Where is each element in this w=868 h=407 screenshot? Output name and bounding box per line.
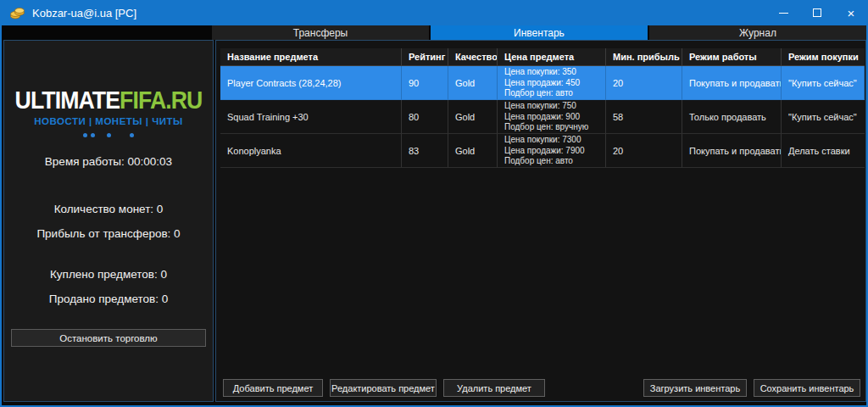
coin-stack-icon [10, 7, 25, 20]
cell-name: Player Contracts (28,24,28) [220, 66, 402, 100]
cell-quality: Gold [448, 100, 498, 134]
price-sell-line: Цена продажи: 7900 [504, 146, 605, 157]
save-inventory-button[interactable]: Сохранить инвентарь [754, 379, 860, 397]
inventory-table: Название предмета Рейтинг Качество Цена … [220, 48, 865, 168]
cell-min-profit: 58 [606, 100, 682, 134]
price-sell-line: Цена продажи: 900 [504, 112, 605, 123]
edit-item-button[interactable]: Редактировать предмет [330, 379, 437, 397]
load-inventory-button[interactable]: Загрузить инвентарь [643, 379, 747, 397]
tab-inventory[interactable]: Инвентарь [431, 25, 648, 40]
minimize-icon [779, 13, 788, 14]
cell-quality: Gold [448, 66, 498, 100]
maximize-icon [813, 8, 821, 17]
add-item-button[interactable]: Добавить предмет [223, 379, 323, 397]
col-header-price[interactable]: Цена предмета [498, 48, 606, 66]
window-title: Kobzar-ua@i.ua [PC] [32, 7, 136, 20]
carousel-dots [4, 132, 213, 137]
table-header-row: Название предмета Рейтинг Качество Цена … [220, 48, 865, 66]
cell-rating: 83 [402, 134, 448, 168]
delete-item-button[interactable]: Удалить предмет [443, 379, 545, 397]
cell-min-profit: 20 [606, 134, 682, 168]
price-buy-line: Цена покупки: 750 [504, 101, 605, 112]
logo: ULTIMATEFIFA.RU [13, 88, 204, 113]
cell-buy-mode: "Купить сейчас" [782, 66, 865, 100]
cell-work-mode: Только продавать [682, 100, 782, 134]
price-buy-line: Цена покупки: 7300 [504, 135, 605, 146]
logo-text-green: FIFA.RU [120, 86, 202, 114]
col-header-minprofit[interactable]: Мин. прибыль [606, 48, 682, 66]
stat-coins: Количество монет: 0 [4, 203, 213, 215]
close-button[interactable]: × [834, 0, 868, 25]
maximize-button[interactable] [800, 0, 834, 25]
price-mode-line: Подбор цен: авто [504, 88, 605, 99]
cell-price: Цена покупки: 7300 Цена продажи: 7900 По… [498, 134, 606, 168]
tab-strip: Трансферы Инвентарь Журнал [2, 25, 866, 40]
col-header-buymode[interactable]: Режим покупки [782, 48, 865, 66]
stat-uptime: Время работы: 00:00:03 [4, 155, 213, 168]
titlebar: Kobzar-ua@i.ua [PC] × [0, 0, 868, 25]
tab-journal[interactable]: Журнал [649, 25, 866, 40]
dot-icon [107, 133, 111, 137]
price-mode-line: Подбор цен: вручную [504, 122, 605, 133]
dot-icon [91, 133, 95, 137]
window-controls: × [766, 0, 868, 25]
inventory-panel: Название предмета Рейтинг Качество Цена … [215, 40, 866, 402]
dot-icon [83, 133, 87, 137]
table-row[interactable]: Konoplyanka 83 Gold Цена покупки: 7300 Ц… [220, 134, 865, 168]
cell-rating: 90 [402, 66, 448, 100]
cell-price: Цена покупки: 350 Цена продажи: 450 Подб… [498, 66, 606, 100]
cell-quality: Gold [448, 134, 498, 168]
dot-icon [130, 133, 134, 137]
table-row[interactable]: Player Contracts (28,24,28) 90 Gold Цена… [220, 66, 865, 100]
stop-trading-button[interactable]: Остановить торговлю [11, 329, 206, 347]
stat-transfer-profit: Прибыль от трансферов: 0 [4, 227, 213, 240]
logo-text-white: ULTIMATE [15, 86, 120, 114]
minimize-button[interactable] [766, 0, 800, 25]
col-header-rating[interactable]: Рейтинг [402, 48, 448, 66]
table-row[interactable]: Squad Training +30 80 Gold Цена покупки:… [220, 100, 865, 134]
close-icon: × [848, 7, 855, 20]
tab-transfers[interactable]: Трансферы [212, 25, 429, 40]
price-sell-line: Цена продажи: 450 [504, 78, 605, 89]
logo-tagline: НОВОСТИ | МОНЕТЫ | ЧИТЫ [4, 116, 213, 126]
col-header-quality[interactable]: Качество [448, 48, 498, 66]
stat-items-sold: Продано предметов: 0 [4, 293, 213, 305]
price-buy-line: Цена покупки: 350 [504, 67, 605, 78]
col-header-name[interactable]: Название предмета [220, 48, 402, 66]
footer-toolbar: Добавить предмет Редактировать предмет У… [216, 379, 865, 397]
cell-buy-mode: Делать ставки [782, 134, 865, 168]
tabs: Трансферы Инвентарь Журнал [212, 25, 866, 40]
cell-work-mode: Покупать и продавать [682, 134, 782, 168]
cell-rating: 80 [402, 100, 448, 134]
app-window: Kobzar-ua@i.ua [PC] × Трансферы Инвентар… [0, 0, 868, 407]
cell-min-profit: 20 [606, 66, 682, 100]
cell-work-mode: Покупать и продавать [682, 66, 782, 100]
cell-name: Squad Training +30 [220, 100, 402, 134]
cell-price: Цена покупки: 750 Цена продажи: 900 Подб… [498, 100, 606, 134]
col-header-workmode[interactable]: Режим работы [682, 48, 782, 66]
cell-buy-mode: "Купить сейчас" [782, 100, 865, 134]
stat-items-bought: Куплено предметов: 0 [4, 268, 213, 281]
sidebar: ULTIMATEFIFA.RU НОВОСТИ | МОНЕТЫ | ЧИТЫ … [3, 40, 214, 402]
price-mode-line: Подбор цен: авто [504, 156, 605, 167]
cell-name: Konoplyanka [220, 134, 402, 168]
